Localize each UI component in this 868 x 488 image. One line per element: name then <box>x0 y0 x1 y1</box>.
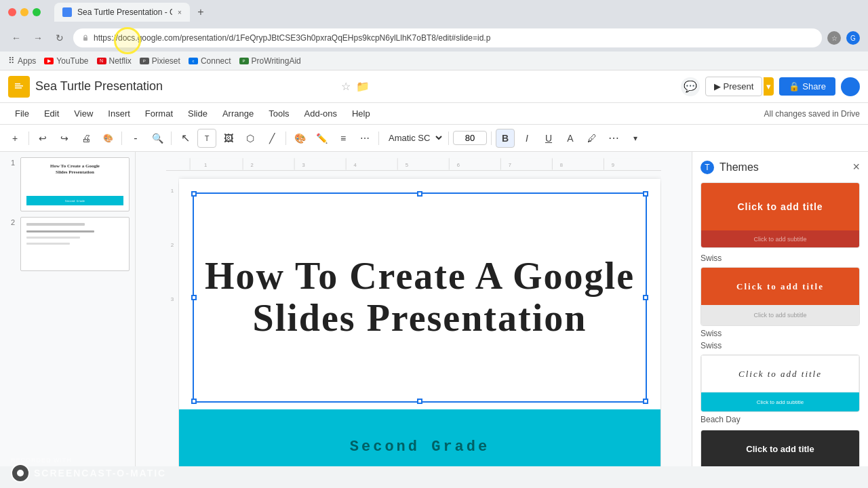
profile-icon[interactable]: G <box>846 31 860 45</box>
swiss-subtitle: Click to add subtitle <box>701 305 859 325</box>
redo-button[interactable]: ↪ <box>55 129 74 148</box>
shapes-tool[interactable]: ⬡ <box>241 129 260 148</box>
new-tab-button[interactable]: + <box>193 4 209 20</box>
minimize-window-button[interactable] <box>20 8 28 16</box>
highlight-button[interactable]: 🖊 <box>583 129 601 148</box>
present-dropdown-button[interactable]: ▾ <box>764 77 774 96</box>
bookmarks-bar: ⠿ Apps ▶ YouTube N Netflix P Pixieset c … <box>0 52 868 70</box>
zoom-out-button[interactable]: - <box>126 129 145 148</box>
slide-editor: 1 2 3 4 5 6 7 8 9 <box>136 152 692 466</box>
slide-thumbnail-1[interactable]: How To Create a GoogleSlides Presentatio… <box>20 157 130 211</box>
menu-edit[interactable]: Edit <box>37 106 66 121</box>
reload-button[interactable]: ↻ <box>52 30 68 46</box>
handle-top-right[interactable] <box>643 191 648 197</box>
theme-preview-beach[interactable]: Click to add title Click to add subtitle <box>701 354 860 412</box>
connect-bookmark[interactable]: c Connect <box>189 56 231 66</box>
thumb2-content-line1 <box>26 223 85 226</box>
slide-item-2[interactable]: 2 <box>5 217 130 271</box>
menu-addons[interactable]: Add-ons <box>298 106 344 121</box>
pixieset-bookmark[interactable]: P Pixieset <box>140 56 180 66</box>
netflix-bookmark[interactable]: N Netflix <box>97 56 132 66</box>
folder-icon[interactable]: 📁 <box>356 80 370 93</box>
slide-content[interactable]: How To Create a GoogleSlides Presentatio… <box>179 179 660 466</box>
ruler-vertical: 1 2 3 <box>166 172 178 466</box>
handle-bottom-right[interactable] <box>643 399 648 404</box>
share-button[interactable]: 🔒 Share <box>779 77 835 96</box>
tab-close-button[interactable]: × <box>178 9 182 16</box>
beach-subtitle: Click to add subtitle <box>701 392 859 411</box>
maximize-window-button[interactable] <box>33 8 41 16</box>
svg-text:2: 2 <box>250 162 253 168</box>
select-tool[interactable]: ↖ <box>176 129 195 148</box>
zoom-in-button[interactable]: 🔍 <box>148 129 167 148</box>
editor-body: 1 2 3 <box>166 172 661 466</box>
handle-middle-right[interactable] <box>643 295 648 300</box>
menu-bar: File Edit View Insert Format Slide Arran… <box>0 103 868 125</box>
slide-thumbnail-2[interactable] <box>20 217 130 271</box>
menu-view[interactable]: View <box>67 106 100 121</box>
prowritingaid-bookmark[interactable]: P ProWritingAid <box>239 56 301 66</box>
svg-text:3: 3 <box>302 162 305 168</box>
font-selector[interactable]: Amatic SC <box>383 131 444 145</box>
format-options-button[interactable]: ▾ <box>626 129 645 148</box>
slide-subtitle-bar[interactable]: Second Grade <box>179 409 660 466</box>
active-tab[interactable]: Sea Turtle Presentation - Goo... × <box>54 3 190 22</box>
youtube-bookmark[interactable]: ▶ YouTube <box>44 56 88 66</box>
menu-arrange[interactable]: Arrange <box>216 106 260 121</box>
underline-button[interactable]: U <box>539 129 558 148</box>
comments-button[interactable]: 💬 <box>681 77 700 96</box>
back-button[interactable]: ← <box>8 30 24 46</box>
more-options-button[interactable]: ⋯ <box>604 129 623 148</box>
print-button[interactable]: 🖨 <box>77 129 96 148</box>
line-tool[interactable]: ╱ <box>262 129 281 148</box>
text-tool[interactable]: T <box>197 129 216 148</box>
present-button[interactable]: ▶ Present <box>705 77 763 96</box>
paint-format-button[interactable]: 🎨 <box>98 129 117 148</box>
close-window-button[interactable] <box>8 8 16 16</box>
user-avatar[interactable] <box>841 77 860 96</box>
font-color-button[interactable]: A <box>561 129 580 148</box>
bold-button[interactable]: B <box>496 129 515 148</box>
menu-tools[interactable]: Tools <box>262 106 296 121</box>
url-bar[interactable]: https://docs.google.com/presentation/d/1… <box>73 28 822 47</box>
slide-title-textbox[interactable]: How To Create a GoogleSlides Presentatio… <box>193 192 647 403</box>
beach-name-label: Beach Day <box>701 415 860 424</box>
thumb1-bar-text: Second Grade <box>65 199 85 203</box>
handle-bottom-left[interactable] <box>191 399 197 404</box>
svg-text:6: 6 <box>457 162 460 168</box>
forward-button[interactable]: → <box>30 30 46 46</box>
extensions-icon[interactable]: ☆ <box>827 31 841 45</box>
svg-rect-3 <box>15 85 23 87</box>
handle-top-center[interactable] <box>417 191 422 197</box>
theme-preview-dark[interactable]: Click to add title Click to add subtitle… <box>701 430 860 466</box>
menu-file[interactable]: File <box>8 106 36 121</box>
image-tool[interactable]: 🖼 <box>219 129 238 148</box>
line-color-button[interactable]: ✏️ <box>312 129 331 148</box>
font-size-input[interactable] <box>453 131 487 145</box>
svg-text:3: 3 <box>171 296 174 302</box>
themes-close-button[interactable]: × <box>852 160 860 174</box>
line-dash-button[interactable]: ⋯ <box>355 129 374 148</box>
slide-canvas-area: How To Create a GoogleSlides Presentatio… <box>178 172 661 466</box>
fill-color-button[interactable]: 🎨 <box>290 129 309 148</box>
undo-button[interactable]: ↩ <box>33 129 52 148</box>
italic-button[interactable]: I <box>517 129 536 148</box>
line-weight-button[interactable]: ≡ <box>334 129 353 148</box>
lock-icon <box>81 34 90 42</box>
divider-5 <box>378 131 379 145</box>
menu-insert[interactable]: Insert <box>101 106 137 121</box>
slide-item-1[interactable]: 1 How To Create a GoogleSlides Presentat… <box>5 157 130 211</box>
add-button[interactable]: + <box>5 129 24 148</box>
menu-format[interactable]: Format <box>138 106 180 121</box>
handle-middle-left[interactable] <box>191 295 197 300</box>
handle-top-left[interactable] <box>191 191 197 197</box>
menu-slide[interactable]: Slide <box>181 106 214 121</box>
theme-card-dark: Click to add title Click to add subtitle… <box>701 430 860 466</box>
apps-bookmark[interactable]: ⠿ Apps <box>8 56 36 66</box>
theme-preview-swiss[interactable]: Click to add title Click to add subtitle <box>701 267 860 326</box>
menu-help[interactable]: Help <box>345 106 377 121</box>
address-bar: ← → ↻ https://docs.google.com/presentati… <box>0 24 868 52</box>
handle-bottom-center[interactable] <box>417 399 422 404</box>
theme-preview-1[interactable]: Click to add title Click to add subtitle <box>701 182 860 248</box>
star-icon[interactable]: ☆ <box>341 80 351 93</box>
